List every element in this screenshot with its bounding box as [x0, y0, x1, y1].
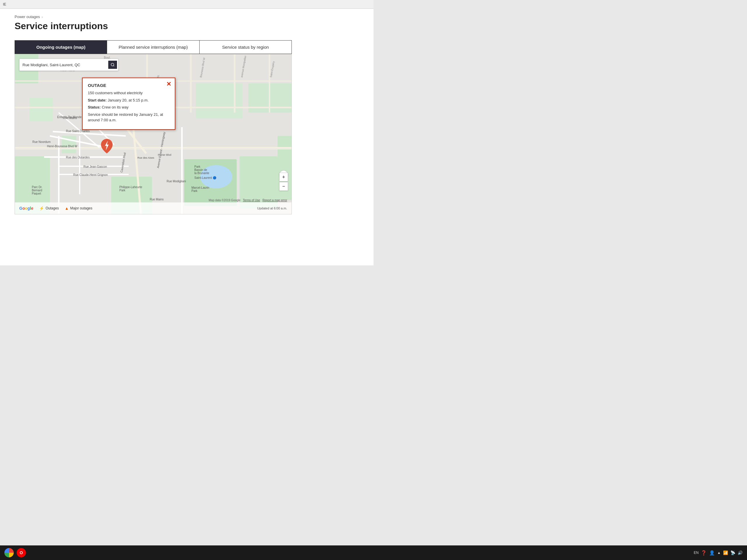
- map-label-rue-noordum: Rue Noordum: [32, 140, 50, 143]
- svg-rect-13: [15, 148, 291, 149]
- map-label-rue-mains2: Rue Mains: [150, 198, 164, 201]
- report-link[interactable]: Report a map error: [263, 198, 287, 202]
- outage-marker[interactable]: [101, 139, 113, 155]
- tab-planned-map[interactable]: Planned service interruptions (map): [107, 41, 199, 54]
- map-footer: Google ⚡ Outages ▲ Major outages Updated…: [15, 203, 291, 214]
- outage-status: Status: Crew on its way: [88, 104, 170, 110]
- map-label-philippe: Philippe-LaheurtePark: [119, 186, 142, 192]
- map-search-button[interactable]: [108, 61, 117, 69]
- map-container: Boul. Rue St. Bourassa Blvd W avenue Mon…: [15, 54, 292, 214]
- map-label-claude-henri: Rue Claude-Henri Grignon: [73, 173, 108, 177]
- outage-start-date: Start date: January 20, at 5:15 p.m.: [88, 98, 170, 103]
- map-label-parc-bernard: Parc Dr.BernardPaquet: [32, 186, 42, 195]
- browser-title: IE: [3, 2, 6, 6]
- zoom-out-button[interactable]: −: [279, 182, 288, 191]
- breadcrumb-separator: ›: [42, 15, 43, 19]
- svg-point-37: [111, 63, 114, 66]
- tab-service-status[interactable]: Service status by region: [200, 41, 291, 54]
- breadcrumb: Power outages ›: [15, 15, 359, 19]
- outage-popup-close[interactable]: ✕: [166, 81, 171, 87]
- breadcrumb-parent[interactable]: Power outages: [15, 15, 40, 19]
- svg-rect-30: [269, 54, 270, 113]
- outage-legend-label: Outages: [46, 206, 59, 210]
- map-search-bar[interactable]: [19, 59, 119, 71]
- map-label-henri-bourassa: Henri-Bourassa Blvd W: [47, 145, 77, 148]
- outage-popup-title: OUTAGE: [88, 83, 170, 88]
- map-label-rue-modigliani: Rue Modigliani: [166, 180, 186, 183]
- map-label-park-bassin: ParkBassin dela Brunante: [194, 165, 209, 175]
- outage-popup: OUTAGE ✕ 150 customers without electrici…: [82, 78, 175, 130]
- map-updated-text: Updated at 6:00 a.m.: [257, 207, 287, 210]
- map-footer-left: Google ⚡ Outages ▲ Major outages: [19, 206, 93, 211]
- map-zoom-controls: + −: [279, 173, 288, 191]
- google-logo: Google: [19, 206, 33, 211]
- tab-bar: Ongoing outages (map) Planned service in…: [15, 40, 292, 54]
- outage-legend-icon: ⚡: [39, 206, 44, 211]
- map-label-enfants: Enfants-Du-Monde 🔵: [57, 115, 86, 119]
- page-content: Power outages › Service interruptions On…: [0, 9, 374, 265]
- outage-customers: 150 customers without electricity: [88, 90, 170, 96]
- map-attribution: Map data ©2019 Google Terms of Use Repor…: [209, 198, 287, 202]
- map-search-input[interactable]: [23, 63, 108, 67]
- outage-restore: Service should be restored by January 21…: [88, 112, 170, 123]
- major-legend-label: Major outages: [70, 206, 93, 210]
- svg-rect-22: [79, 136, 80, 194]
- tab-ongoing-map[interactable]: Ongoing outages (map): [15, 41, 107, 54]
- svg-rect-23: [181, 127, 183, 214]
- terms-link[interactable]: Terms of Use: [243, 198, 260, 202]
- map-label-jean-gascon: Rue Jean-Gascon: [83, 165, 107, 168]
- map-label-saint-laurent: Saint-Laurent 🔵: [194, 176, 216, 179]
- map-label-marcel-laurin: Marcel-LaurinPark: [191, 186, 209, 192]
- major-legend-icon: ▲: [65, 206, 69, 211]
- svg-rect-28: [190, 54, 192, 113]
- map-label-rue-aises: Rue des Aises: [137, 156, 154, 159]
- legend-outages: ⚡ Outages: [39, 206, 59, 211]
- svg-line-38: [113, 65, 114, 66]
- map-label-saint-charles: Rue Saint Charles: [66, 130, 89, 133]
- browser-bar: IE: [0, 0, 374, 9]
- page-title: Service interruptions: [15, 21, 359, 31]
- map-label-rue-outardes: Rue des Outardes: [66, 156, 89, 159]
- zoom-in-button[interactable]: +: [279, 173, 288, 181]
- svg-rect-9: [29, 98, 53, 121]
- map-label-poirier: Poirier Blvd: [158, 153, 171, 156]
- legend-major-outages: ▲ Major outages: [65, 206, 93, 211]
- svg-rect-29: [234, 54, 235, 113]
